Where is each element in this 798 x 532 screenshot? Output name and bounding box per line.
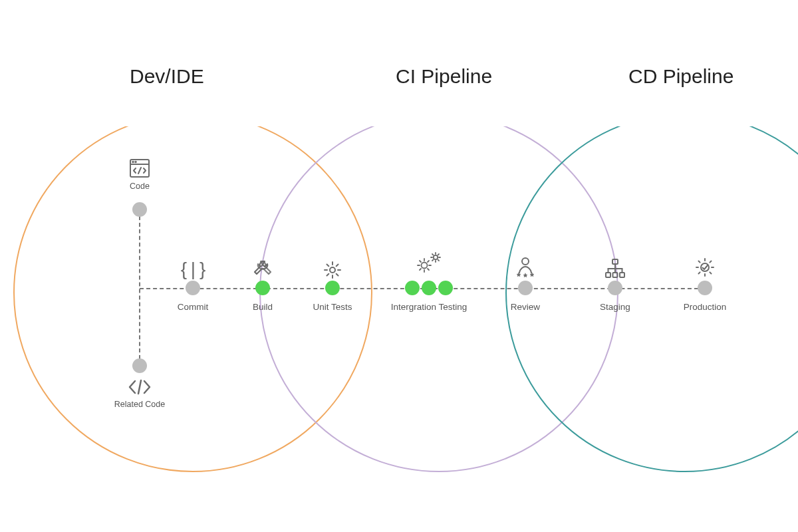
svg-line-5 [138, 380, 141, 394]
production-dot [698, 281, 712, 295]
review-step-icon [479, 253, 572, 279]
code-dot [132, 202, 147, 217]
cd-title: CD Pipeline [628, 65, 733, 88]
build-dot [255, 281, 270, 295]
integration-dot-3 [438, 281, 453, 295]
unit-step-icon [286, 255, 379, 280]
integration-dot-1 [405, 281, 420, 295]
related-code-label: Related Code [100, 400, 180, 409]
svg-point-7 [422, 263, 428, 269]
production-label: Production [658, 302, 751, 312]
svg-point-2 [132, 162, 134, 163]
related-code-item: Related Code [100, 376, 180, 409]
integration-dot-2 [422, 281, 436, 295]
svg-line-4 [138, 168, 141, 174]
dev-circle-opening [100, 106, 279, 126]
svg-rect-10 [612, 259, 618, 264]
commit-dot [186, 281, 200, 295]
review-label: Review [479, 302, 572, 312]
svg-point-9 [522, 258, 529, 265]
ci-title: CI Pipeline [396, 65, 492, 88]
review-dot [518, 281, 533, 295]
svg-rect-12 [613, 273, 618, 277]
unit-label: Unit Tests [286, 302, 379, 312]
gear-icon [286, 255, 379, 280]
code-label: Code [100, 182, 180, 191]
svg-point-3 [135, 162, 136, 163]
person-stars-icon [479, 253, 572, 279]
cicd-diagram: Dev/IDE CI Pipeline CD Pipeline Code [0, 0, 798, 532]
svg-point-8 [434, 255, 438, 259]
svg-point-6 [330, 267, 335, 273]
review-step: Review [479, 299, 572, 312]
staging-dot [608, 281, 622, 295]
ci-circle-opening [349, 106, 529, 126]
dev-title: Dev/IDE [130, 65, 204, 88]
unit-step: Unit Tests [286, 299, 379, 312]
code-brackets-icon [100, 376, 180, 398]
integration-step: Intergration Testing [369, 299, 489, 312]
svg-rect-11 [606, 273, 610, 277]
cd-circle-opening [595, 106, 775, 126]
svg-rect-13 [620, 273, 624, 277]
gear-check-icon [658, 253, 751, 279]
unit-dot [325, 281, 340, 295]
code-window-icon [100, 156, 180, 180]
staging-step-icon [569, 255, 662, 280]
integration-step-icon [382, 251, 475, 276]
staging-step: Staging [569, 299, 662, 312]
code-item: Code [100, 156, 180, 191]
integration-label: Intergration Testing [369, 302, 489, 312]
gears-icon [382, 251, 475, 276]
production-step-icon [658, 253, 751, 279]
staging-label: Staging [569, 302, 662, 312]
production-step: Production [658, 299, 751, 312]
related-code-dot [132, 358, 147, 373]
hierarchy-icon [569, 255, 662, 280]
